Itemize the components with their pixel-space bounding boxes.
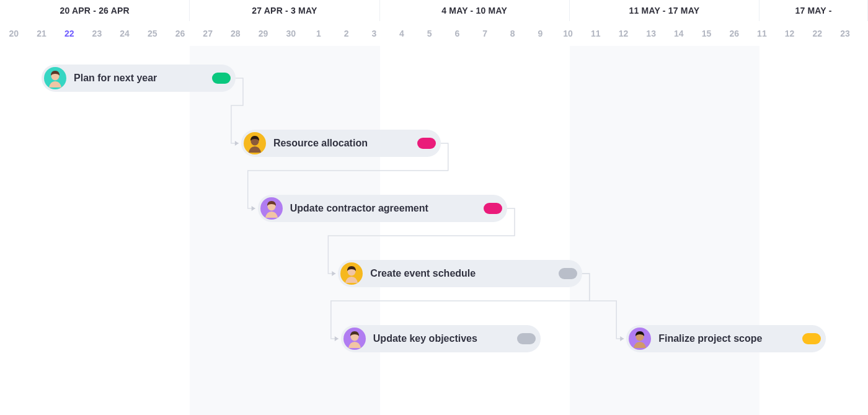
day-header-cell: 28: [222, 21, 250, 46]
status-pill: [212, 73, 231, 84]
task-bar[interactable]: Update contractor agreement: [258, 195, 507, 222]
day-header-cell: 23: [831, 21, 859, 46]
status-pill: [484, 203, 502, 214]
day-header-cell: 7: [471, 21, 499, 46]
week-row: 20 APR - 26 APR27 APR - 3 MAY4 MAY - 10 …: [0, 0, 868, 21]
day-header-cell: 26: [720, 21, 748, 46]
day-header-cell: 29: [249, 21, 277, 46]
day-header-cell: 23: [83, 21, 111, 46]
gantt-view: 20 APR - 26 APR27 APR - 3 MAY4 MAY - 10 …: [0, 0, 868, 415]
status-pill: [559, 268, 577, 279]
week-header-cell: 17 MAY -: [760, 0, 868, 21]
day-header-cell: 9: [526, 21, 554, 46]
status-pill: [417, 138, 436, 149]
assignee-avatar: [260, 197, 283, 220]
task-label: Resource allocation: [273, 138, 410, 149]
day-header-cell: 12: [776, 21, 804, 46]
day-header-cell: 4: [388, 21, 416, 46]
day-header-cell: 22: [55, 21, 83, 46]
task-label: Update key objectives: [373, 333, 510, 344]
day-header-cell: 22: [804, 21, 831, 46]
timeline-header: 20 APR - 26 APR27 APR - 3 MAY4 MAY - 10 …: [0, 0, 868, 46]
assignee-avatar: [629, 328, 651, 350]
task-bars: Plan for next yearResource allocationUpd…: [0, 46, 868, 415]
week-header-cell: 20 APR - 26 APR: [0, 0, 190, 21]
day-row: 2021222324252627282930123456789101112131…: [0, 21, 868, 46]
assignee-avatar: [44, 67, 66, 89]
status-pill: [517, 333, 536, 344]
day-header-cell: 25: [138, 21, 166, 46]
task-label: Finalize project scope: [658, 333, 795, 344]
day-header-cell: 26: [166, 21, 194, 46]
day-header-cell: 14: [665, 21, 693, 46]
task-bar[interactable]: Plan for next year: [42, 65, 236, 92]
day-header-cell: 8: [498, 21, 526, 46]
day-header-cell: 3: [360, 21, 388, 46]
task-label: Plan for next year: [74, 73, 205, 84]
day-header-cell: 2: [332, 21, 360, 46]
day-header-cell: 12: [609, 21, 637, 46]
task-bar[interactable]: Finalize project scope: [626, 325, 826, 352]
week-header-cell: 4 MAY - 10 MAY: [380, 0, 570, 21]
day-header-cell: 10: [554, 21, 582, 46]
day-header-cell: 24: [111, 21, 139, 46]
day-header-cell: 11: [748, 21, 776, 46]
week-header-cell: 27 APR - 3 MAY: [190, 0, 379, 21]
day-header-cell: 27: [194, 21, 222, 46]
task-bar[interactable]: Update key objectives: [341, 325, 541, 352]
assignee-avatar: [340, 262, 363, 285]
task-bar[interactable]: Create event schedule: [338, 260, 582, 287]
assignee-avatar: [343, 328, 366, 350]
task-label: Create event schedule: [370, 268, 551, 279]
assignee-avatar: [244, 132, 266, 154]
day-header-cell: 6: [443, 21, 471, 46]
day-header-cell: 15: [693, 21, 720, 46]
day-header-cell: 11: [582, 21, 609, 46]
day-header-cell: 21: [28, 21, 56, 46]
task-label: Update contractor agreement: [290, 203, 476, 214]
day-header-cell: 5: [415, 21, 443, 46]
week-header-cell: 11 MAY - 17 MAY: [570, 0, 760, 21]
day-header-cell: 13: [637, 21, 665, 46]
day-header-cell: 20: [0, 21, 28, 46]
status-pill: [802, 333, 821, 344]
day-header-cell: 30: [277, 21, 305, 46]
task-bar[interactable]: Resource allocation: [241, 130, 441, 157]
day-header-cell: 1: [305, 21, 333, 46]
